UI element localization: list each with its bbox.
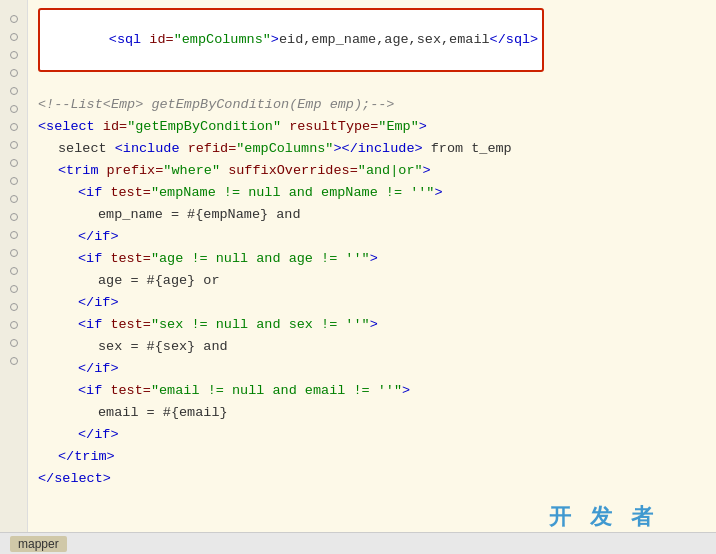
code-line-10: <if test= "age != null and age != ''" > [38, 248, 706, 270]
attr-if3-test-val: "sex != null and sex != ''" [151, 314, 370, 336]
age-assign: age = #{age} or [98, 270, 220, 292]
code-line-2 [38, 72, 706, 94]
gutter-dot [10, 303, 18, 311]
tag-if1-end: </if> [78, 226, 119, 248]
tag-if4-end: </if> [78, 424, 119, 446]
code-line-14: sex = #{sex} and [38, 336, 706, 358]
attr-if4-test: test= [110, 380, 151, 402]
comment: <!--List<Emp> getEmpByCondition(Emp emp)… [38, 94, 394, 116]
tag-sql-close-bracket: > [271, 32, 279, 47]
tag-if3-end: </if> [78, 358, 119, 380]
attr-refid: refid= [188, 138, 237, 160]
code-line-1: <sql id="empColumns">eid,emp_name,age,se… [38, 8, 706, 72]
gutter [0, 0, 28, 554]
code-line-20: </select> [38, 468, 706, 490]
attr-if2-test: test= [110, 248, 151, 270]
attr-select-id: id= [103, 116, 127, 138]
tag-sql-end: </sql> [490, 32, 539, 47]
tab-mapper[interactable]: mapper [10, 536, 67, 552]
tag-select-end: </select> [38, 468, 111, 490]
tag-trim-close: > [423, 160, 431, 182]
gutter-dot [10, 267, 18, 275]
gutter-dot [10, 285, 18, 293]
from-keyword: from t_emp [423, 138, 512, 160]
tag-if4-open: <if [78, 380, 110, 402]
code-line-17: email = #{email} [38, 402, 706, 424]
tag-if4-close: > [402, 380, 410, 402]
gutter-dot [10, 231, 18, 239]
tag-sql-open: <sql [109, 32, 150, 47]
attr-suffix: suffixOverrides= [228, 160, 358, 182]
code-line-19: </trim> [38, 446, 706, 468]
tag-if2-open: <if [78, 248, 110, 270]
code-line-8: emp_name = #{empName} and [38, 204, 706, 226]
attr-resulttype: resultType= [289, 116, 378, 138]
tag-if3-open: <if [78, 314, 110, 336]
attr-id: id= [149, 32, 173, 47]
attr-prefix: prefix= [107, 160, 164, 182]
sql-content: eid,emp_name,age,sex,email [279, 32, 490, 47]
code-area: <sql id="empColumns">eid,emp_name,age,se… [28, 0, 716, 554]
gutter-dot [10, 105, 18, 113]
gutter-dot [10, 249, 18, 257]
code-line-12: </if> [38, 292, 706, 314]
attr-refid-val: "empColumns" [236, 138, 333, 160]
gutter-dot [10, 357, 18, 365]
tag-include-open: <include [115, 138, 188, 160]
tag-select-open: <select [38, 116, 103, 138]
gutter-dot [10, 159, 18, 167]
gutter-dot [10, 177, 18, 185]
email-assign: email = #{email} [98, 402, 228, 424]
tag-if1-open: <if [78, 182, 110, 204]
gutter-dot [10, 123, 18, 131]
code-line-4: <select id="getEmpByCondition" resultTyp… [38, 116, 706, 138]
attr-if3-test: test= [110, 314, 151, 336]
code-line-13: <if test= "sex != null and sex != ''" > [38, 314, 706, 336]
attr-if4-test-val: "email != null and email != ''" [151, 380, 402, 402]
gutter-dot [10, 339, 18, 347]
bottom-bar: mapper [0, 532, 716, 554]
tag-select-close: > [419, 116, 427, 138]
code-line-3: <!--List<Emp> getEmpByCondition(Emp emp)… [38, 94, 706, 116]
attr-prefix-val: "where" [163, 160, 220, 182]
gutter-dot [10, 213, 18, 221]
code-line-9: </if> [38, 226, 706, 248]
gutter-dot [10, 33, 18, 41]
attr-if1-test-val: "empName != null and empName != ''" [151, 182, 435, 204]
attr-suffix-val: "and|or" [358, 160, 423, 182]
code-line-16: <if test= "email != null and email != ''… [38, 380, 706, 402]
code-line-7: <if test= "empName != null and empName !… [38, 182, 706, 204]
tag-if1-close: > [434, 182, 442, 204]
tag-trim-end: </trim> [58, 446, 115, 468]
gutter-dot [10, 141, 18, 149]
tag-if2-close: > [370, 248, 378, 270]
code-editor: <sql id="empColumns">eid,emp_name,age,se… [0, 0, 716, 554]
tag-trim-space [220, 160, 228, 182]
attr-if2-test-val: "age != null and age != ''" [151, 248, 370, 270]
code-line-6: <trim prefix= "where" suffixOverrides= "… [38, 160, 706, 182]
code-line-11: age = #{age} or [38, 270, 706, 292]
gutter-dot [10, 321, 18, 329]
select-keyword: select [58, 138, 115, 160]
gutter-dot [10, 15, 18, 23]
gutter-dot [10, 69, 18, 77]
code-line-5: select <include refid= "empColumns" ></i… [38, 138, 706, 160]
code-line-15: </if> [38, 358, 706, 380]
attr-resulttype-val: "Emp" [378, 116, 419, 138]
attr-select-id-val: "getEmpByCondition" [127, 116, 281, 138]
sex-assign: sex = #{sex} and [98, 336, 228, 358]
tag-include-close: ></include> [333, 138, 422, 160]
tag-select-space [281, 116, 289, 138]
gutter-dot [10, 195, 18, 203]
attr-if1-test: test= [110, 182, 151, 204]
code-line-18: </if> [38, 424, 706, 446]
tag-if2-end: </if> [78, 292, 119, 314]
empname-assign: emp_name = #{empName} and [98, 204, 301, 226]
tag-if3-close: > [370, 314, 378, 336]
gutter-dot [10, 87, 18, 95]
gutter-dot [10, 51, 18, 59]
tag-trim-open: <trim [58, 160, 107, 182]
attr-id-val: "empColumns" [174, 32, 271, 47]
